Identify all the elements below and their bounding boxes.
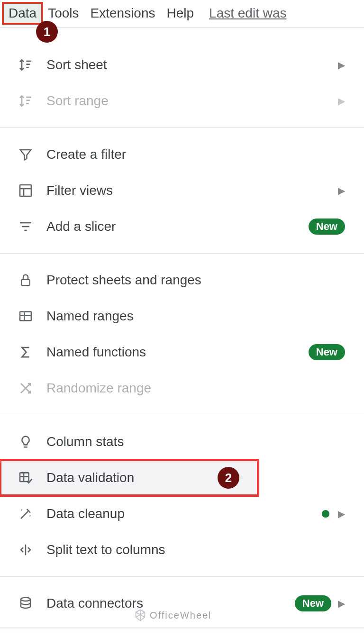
new-badge: New (309, 219, 345, 235)
menu-label: Create a filter (46, 147, 345, 162)
menu-item-randomize-range: Randomize range (0, 370, 364, 406)
menu-label: Protect sheets and ranges (46, 273, 345, 288)
menu-label: Sort range (46, 93, 338, 109)
submenu-arrow-icon: ▶ (338, 508, 345, 520)
svg-point-4 (21, 598, 30, 602)
dropdown-shadow (0, 627, 364, 630)
menu-separator (0, 253, 364, 254)
filter-icon (16, 145, 35, 164)
menu-item-sort-range: Sort range ▶ (0, 83, 364, 119)
menu-item-data-cleanup[interactable]: Data cleanup ▶ (0, 496, 364, 532)
data-menu-dropdown: Sort sheet ▶ Sort range ▶ Create a filte… (0, 28, 364, 627)
menu-label: Data validation (46, 470, 211, 485)
split-text-icon (16, 540, 35, 559)
watermark-label: OfficeWheel (150, 610, 212, 621)
menu-item-split-text[interactable]: Split text to columns (0, 532, 364, 568)
menu-item-create-filter[interactable]: Create a filter (0, 137, 364, 173)
magic-wand-icon (16, 504, 35, 523)
shuffle-icon (16, 379, 35, 398)
menu-separator (0, 415, 364, 415)
menu-bar-item-tools[interactable]: Tools (43, 4, 83, 23)
menu-item-named-functions[interactable]: Named functions New (0, 334, 364, 370)
menu-item-sort-sheet[interactable]: Sort sheet ▶ (0, 47, 364, 83)
last-edit-link[interactable]: Last edit was (209, 6, 286, 21)
svg-rect-1 (21, 280, 30, 286)
menu-label: Randomize range (46, 381, 345, 396)
named-ranges-icon (16, 307, 35, 326)
slicer-icon (16, 217, 35, 236)
menu-label: Filter views (46, 183, 338, 198)
annotation-step-1: 1 (36, 21, 58, 43)
submenu-arrow-icon: ▶ (338, 59, 345, 71)
submenu-arrow-icon: ▶ (338, 185, 345, 196)
sort-sheet-icon (16, 55, 35, 74)
menu-item-add-slicer[interactable]: Add a slicer New (0, 209, 364, 245)
menu-label: Named ranges (46, 309, 345, 324)
watermark: OfficeWheel (134, 609, 212, 622)
menu-bar-item-extensions[interactable]: Extensions (86, 4, 160, 23)
menu-item-filter-views[interactable]: Filter views ▶ (0, 173, 364, 209)
submenu-arrow-icon: ▶ (338, 598, 345, 609)
menu-bar-item-help[interactable]: Help (162, 4, 199, 23)
submenu-arrow-icon: ▶ (338, 95, 345, 107)
indicator-dot (322, 510, 329, 518)
database-icon (16, 594, 35, 613)
sigma-icon (16, 343, 35, 362)
menu-separator (0, 128, 364, 128)
menu-item-column-stats[interactable]: Column stats (0, 424, 364, 460)
menu-item-data-validation[interactable]: Data validation 2 (0, 460, 258, 496)
menu-label: Add a slicer (46, 219, 309, 234)
new-badge: New (295, 595, 331, 611)
filter-views-icon (16, 181, 35, 200)
menu-item-protect-sheets[interactable]: Protect sheets and ranges (0, 262, 364, 298)
menu-label: Sort sheet (46, 57, 338, 73)
menu-item-named-ranges[interactable]: Named ranges (0, 298, 364, 334)
menu-label: Named functions (46, 345, 309, 360)
data-validation-icon (16, 468, 35, 487)
menu-separator (0, 576, 364, 577)
sort-range-icon (16, 91, 35, 110)
annotation-step-2: 2 (218, 467, 239, 489)
lock-icon (16, 271, 35, 290)
new-badge: New (309, 344, 345, 360)
menu-bar-item-data[interactable]: Data (4, 4, 41, 23)
menu-label: Split text to columns (46, 542, 345, 557)
menu-label: Column stats (46, 434, 345, 449)
menu-label: Data cleanup (46, 506, 322, 521)
lightbulb-icon (16, 432, 35, 451)
